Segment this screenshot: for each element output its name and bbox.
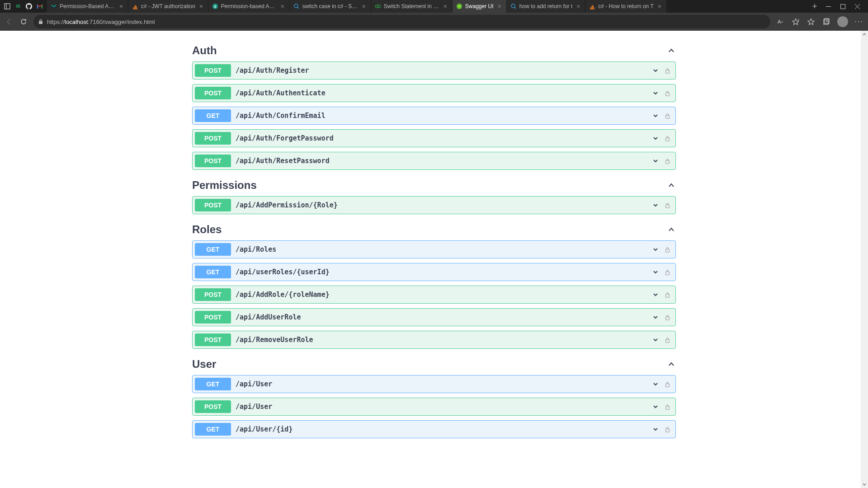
swagger-tag-name: Auth (192, 44, 217, 57)
tab-close-button[interactable]: × (575, 3, 581, 9)
svg-rect-25 (39, 21, 42, 24)
window-maximize-button[interactable] (839, 4, 846, 9)
lock-icon[interactable] (664, 113, 670, 119)
lock-icon[interactable] (664, 292, 670, 298)
browser-tab[interactable]: ZPermission-based Auth× (208, 0, 290, 13)
chevron-down-icon[interactable] (651, 202, 660, 208)
svg-rect-38 (665, 272, 669, 275)
browser-tab[interactable]: Permission-Based Auth× (47, 0, 128, 13)
pinned-tab-gmail-icon[interactable] (36, 3, 43, 10)
window-minimize-button[interactable] (825, 4, 832, 9)
tab-close-button[interactable]: × (496, 3, 503, 9)
operation-actions (651, 337, 673, 343)
swagger-operation[interactable]: GET/api/User/{id} (192, 420, 676, 438)
operation-actions (651, 202, 673, 208)
favorites-star-icon[interactable]: + (791, 17, 800, 26)
lock-icon[interactable] (664, 202, 670, 208)
chevron-down-icon[interactable] (651, 135, 660, 141)
swagger-operation[interactable]: POST/api/Auth/ResetPassword (192, 152, 676, 170)
browser-tab[interactable]: Swagger UI× (453, 0, 507, 13)
http-method-badge: POST (195, 199, 231, 211)
browser-tab[interactable]: how to add return for t× (507, 0, 585, 13)
chevron-down-icon[interactable] (651, 404, 660, 410)
favorites-icon[interactable] (807, 17, 816, 26)
chevron-down-icon[interactable] (651, 158, 660, 164)
tab-close-button[interactable]: × (361, 3, 367, 9)
lock-icon[interactable] (664, 68, 670, 74)
chevron-up-icon (667, 360, 676, 369)
http-method-badge: POST (195, 400, 231, 413)
swagger-operation[interactable]: POST/api/RemoveUserRole (192, 331, 676, 349)
swagger-operation[interactable]: POST/api/Auth/Authenticate (192, 84, 676, 102)
swagger-operation[interactable]: GET/api/Roles (192, 240, 676, 258)
swagger-tag-header[interactable]: Permissions (192, 174, 676, 196)
new-tab-button[interactable]: + (808, 0, 821, 13)
swagger-tag-header[interactable]: User (192, 353, 676, 375)
read-aloud-icon[interactable]: A» (776, 17, 785, 26)
lock-icon[interactable] (664, 269, 670, 275)
tab-close-button[interactable]: × (198, 3, 204, 9)
browser-tab[interactable]: c# - How to return on T× (585, 0, 667, 13)
svg-rect-44 (665, 429, 669, 432)
browser-tab[interactable]: c# - JWT authorization× (128, 0, 208, 13)
swagger-operation[interactable]: POST/api/Auth/Register (192, 61, 676, 80)
scroll-down-arrow[interactable] (861, 481, 868, 488)
nav-refresh-button[interactable] (19, 17, 28, 26)
lock-icon[interactable] (664, 136, 670, 141)
swagger-tag-header[interactable]: Auth (192, 40, 676, 61)
collections-icon[interactable] (822, 17, 831, 26)
tab-favicon-icon (51, 3, 57, 9)
address-input[interactable]: https://localhost:7160/swagger/index.htm… (33, 15, 770, 28)
tab-close-button[interactable]: × (118, 3, 124, 9)
operation-path: /api/Auth/Authenticate (236, 89, 651, 97)
lock-icon[interactable] (664, 158, 670, 164)
window-close-button[interactable] (854, 4, 861, 9)
swagger-operation[interactable]: GET/api/userRoles/{userId} (192, 263, 676, 281)
pinned-tab-github-icon[interactable] (25, 3, 33, 10)
tab-title: Swagger UI (465, 3, 494, 9)
vertical-scrollbar[interactable] (861, 31, 868, 488)
chevron-down-icon[interactable] (651, 291, 660, 298)
chevron-down-icon[interactable] (651, 381, 660, 387)
tab-close-button[interactable]: × (656, 3, 663, 9)
chevron-down-icon[interactable] (651, 246, 660, 253)
swagger-operation[interactable]: GET/api/Auth/ConfirmEmail (192, 107, 676, 125)
tab-close-button[interactable]: × (279, 3, 286, 9)
chevron-down-icon[interactable] (651, 269, 660, 275)
swagger-operation[interactable]: POST/api/AddUserRole (192, 308, 676, 326)
operation-actions (651, 113, 673, 119)
browser-tab[interactable]: swtich case in c# - Sear× (290, 0, 371, 13)
chevron-down-icon[interactable] (651, 426, 660, 432)
swagger-tag-header[interactable]: Roles (192, 219, 676, 240)
tab-close-button[interactable]: × (442, 3, 448, 9)
tab-favicon-icon: Z (212, 3, 218, 9)
tab-actions-icon[interactable] (4, 3, 11, 10)
swagger-operation[interactable]: POST/api/Auth/ForgetPassword (192, 129, 676, 147)
settings-menu-icon[interactable]: ··· (854, 17, 863, 26)
swagger-operation[interactable]: POST/api/User (192, 398, 676, 416)
lock-icon[interactable] (664, 404, 670, 410)
site-info-lock-icon[interactable] (38, 19, 43, 24)
scroll-up-arrow[interactable] (861, 31, 868, 38)
nav-back-button[interactable] (5, 17, 14, 26)
profile-avatar[interactable] (837, 16, 848, 27)
chevron-down-icon[interactable] (651, 67, 660, 74)
browser-tab[interactable]: Switch Statement in C#× (371, 0, 453, 13)
chevron-down-icon[interactable] (651, 314, 660, 320)
lock-icon[interactable] (664, 381, 670, 387)
lock-icon[interactable] (664, 247, 670, 253)
pinned-tab-mail-icon[interactable]: ✉ (14, 3, 22, 10)
swagger-operation[interactable]: GET/api/User (192, 375, 676, 393)
chevron-down-icon[interactable] (651, 90, 660, 96)
lock-icon[interactable] (664, 427, 670, 432)
lock-icon[interactable] (664, 314, 670, 320)
swagger-operation[interactable]: POST/api/AddRole/{roleName} (192, 286, 676, 304)
lock-icon[interactable] (664, 90, 670, 96)
svg-rect-0 (5, 4, 10, 9)
chevron-down-icon[interactable] (651, 337, 660, 343)
swagger-operation[interactable]: POST/api/AddPermission/{Role} (192, 196, 676, 214)
operation-path: /api/Auth/Register (236, 66, 651, 75)
svg-rect-33 (665, 115, 669, 118)
lock-icon[interactable] (664, 337, 670, 343)
chevron-down-icon[interactable] (651, 113, 660, 119)
